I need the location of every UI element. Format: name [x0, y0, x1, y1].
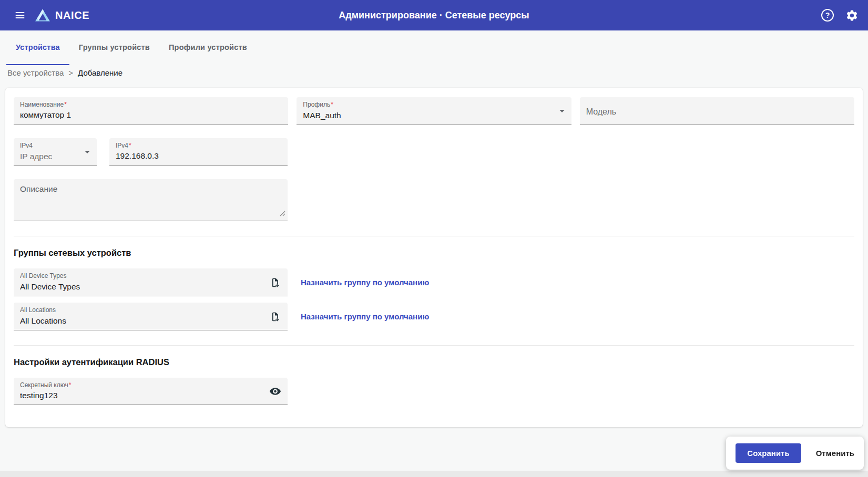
description-textarea[interactable]: [20, 184, 281, 215]
profile-field-label: Профиль*: [303, 101, 565, 109]
gear-icon: [845, 9, 859, 22]
required-asterisk: *: [69, 381, 72, 389]
section-divider: [14, 345, 854, 346]
required-asterisk: *: [64, 101, 67, 108]
locations-field[interactable]: All Locations All Locations: [14, 303, 288, 330]
ip-version-placeholder: IP адрес: [20, 150, 90, 162]
model-input[interactable]: [586, 106, 848, 117]
name-input[interactable]: [20, 109, 282, 120]
device-types-field[interactable]: All Device Types All Device Types: [14, 268, 288, 296]
question-mark-icon: ?: [825, 11, 830, 19]
required-asterisk: *: [331, 101, 333, 108]
help-button[interactable]: ?: [821, 9, 834, 22]
locations-row: All Locations All Locations Назначить гр…: [14, 303, 854, 330]
radius-section-title: Настройки аутентификации RADIUS: [14, 357, 854, 367]
device-types-value: All Device Types: [20, 281, 80, 293]
profile-field[interactable]: Профиль* MAB_auth: [297, 97, 571, 125]
save-button[interactable]: Сохранить: [736, 443, 801, 463]
locations-label: All Locations: [20, 306, 66, 315]
file-open-icon: [270, 277, 280, 288]
form-actions-card: Сохранить Отменить: [726, 437, 864, 470]
open-group-picker-button[interactable]: [269, 310, 281, 323]
settings-button[interactable]: [845, 9, 859, 22]
device-types-label: All Device Types: [20, 272, 80, 281]
tab-devices[interactable]: Устройства: [6, 30, 69, 65]
profile-selected-value: MAB_auth: [303, 109, 565, 121]
secret-key-field[interactable]: Секретный ключ*: [14, 378, 288, 405]
ip-address-field[interactable]: IPv4*: [109, 138, 288, 166]
name-field-label: Наименование*: [20, 101, 282, 109]
device-form-card: Наименование* Профиль* MAB_auth IPv4 IP …: [5, 88, 863, 427]
cancel-button[interactable]: Отменить: [816, 449, 854, 458]
ip-address-label: IPv4*: [116, 142, 281, 150]
app-bar: NAICE Администрирование · Сетевые ресурс…: [0, 0, 868, 30]
horizontal-scrollbar[interactable]: [0, 471, 868, 477]
ip-version-label: IPv4: [20, 142, 90, 150]
form-row-2: IPv4 IP адрес IPv4*: [14, 138, 854, 166]
chevron-down-icon[interactable]: [85, 151, 90, 153]
toggle-visibility-button[interactable]: [267, 383, 283, 399]
breadcrumb-separator: >: [68, 68, 73, 77]
brand-name: NAICE: [55, 9, 89, 22]
open-group-picker-button[interactable]: [269, 276, 281, 289]
model-field[interactable]: [580, 97, 854, 125]
locations-value: All Locations: [20, 315, 66, 327]
page-title: Администрирование · Сетевые ресурсы: [339, 10, 529, 21]
form-row-1: Наименование* Профиль* MAB_auth: [14, 97, 854, 125]
eye-icon: [269, 385, 281, 397]
groups-section-title: Группы сетевых устройств: [14, 248, 854, 258]
ip-address-input[interactable]: [116, 150, 281, 161]
hamburger-icon: [14, 9, 26, 21]
assign-default-group-link[interactable]: Назначить группу по умолчанию: [301, 312, 429, 321]
assign-default-group-link[interactable]: Назначить группу по умолчанию: [301, 278, 429, 287]
breadcrumb: Все устройства > Добавление: [0, 65, 868, 88]
ip-version-select[interactable]: IPv4 IP адрес: [14, 138, 97, 166]
name-field[interactable]: Наименование*: [14, 97, 288, 125]
breadcrumb-current: Добавление: [78, 68, 122, 77]
file-open-icon: [270, 312, 280, 322]
naice-logo-icon: [35, 8, 50, 22]
breadcrumb-all-devices[interactable]: Все устройства: [7, 68, 64, 77]
tab-bar: Устройства Группы устройств Профили устр…: [0, 30, 868, 65]
secret-key-input[interactable]: [20, 390, 262, 400]
appbar-actions: ?: [821, 9, 859, 22]
section-divider: [14, 236, 854, 236]
brand[interactable]: NAICE: [35, 8, 89, 22]
tab-device-profiles[interactable]: Профили устройств: [159, 30, 257, 65]
required-asterisk: *: [129, 142, 131, 149]
description-field[interactable]: [14, 179, 288, 221]
secret-key-label: Секретный ключ*: [20, 381, 281, 390]
tab-device-groups[interactable]: Группы устройств: [69, 30, 159, 65]
chevron-down-icon[interactable]: [559, 110, 565, 112]
device-types-row: All Device Types All Device Types Назнач…: [14, 268, 854, 296]
menu-button[interactable]: [9, 5, 30, 26]
